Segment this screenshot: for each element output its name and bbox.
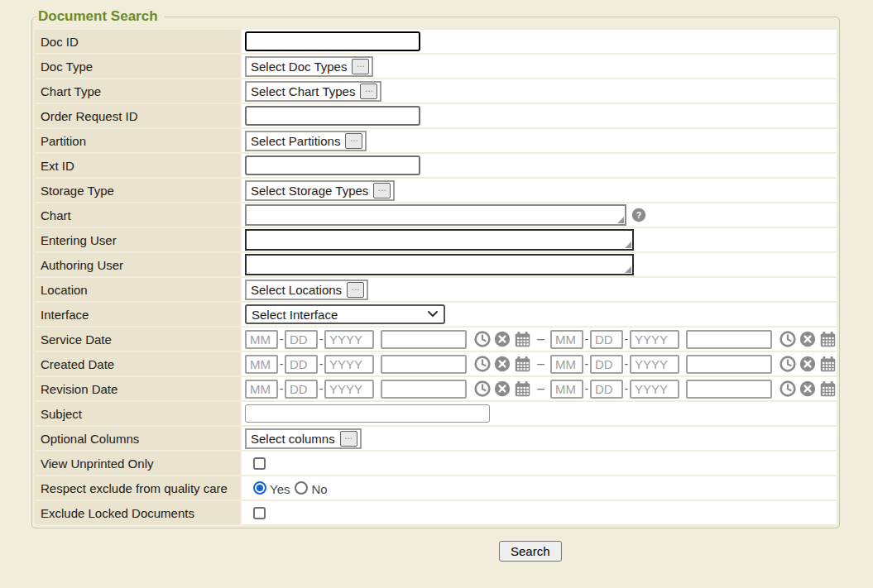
respect-exclude-no-option[interactable]: No bbox=[295, 480, 330, 496]
revision-date-to-time-input[interactable] bbox=[686, 380, 772, 399]
radio-no-label: No bbox=[311, 482, 327, 496]
x-circle-icon[interactable] bbox=[494, 331, 511, 347]
created-date-from-month-input[interactable] bbox=[245, 355, 278, 374]
calendar-icon[interactable] bbox=[514, 356, 531, 373]
service-date-to-day-input[interactable] bbox=[590, 330, 623, 349]
created-date-to-year-input[interactable] bbox=[630, 355, 679, 374]
clock-icon[interactable] bbox=[474, 331, 491, 347]
view-unprinted-only-checkbox[interactable] bbox=[253, 457, 266, 470]
help-icon[interactable]: ? bbox=[631, 208, 646, 222]
respect-exclude-yes-option[interactable]: Yes bbox=[253, 480, 293, 496]
row-chart-type: Chart Type Select Chart Types ... bbox=[35, 79, 837, 103]
service-date-from-time-input[interactable] bbox=[381, 330, 467, 349]
clock-icon[interactable] bbox=[779, 380, 796, 397]
ext-id-input[interactable] bbox=[245, 155, 420, 175]
row-partition: Partition Select Partitions ... bbox=[35, 129, 837, 152]
x-circle-icon[interactable] bbox=[799, 331, 816, 347]
interface-label: Interface bbox=[35, 303, 240, 326]
partition-more-button[interactable]: ... bbox=[345, 133, 362, 149]
calendar-icon[interactable] bbox=[514, 380, 531, 398]
calendar-icon[interactable] bbox=[819, 331, 837, 348]
revision-date-from-time-input[interactable] bbox=[381, 380, 467, 399]
range-separator: – bbox=[537, 356, 544, 371]
doc-type-more-button[interactable]: ... bbox=[352, 59, 369, 74]
created-date-from-day-input[interactable] bbox=[285, 355, 318, 374]
created-date-to-day-input[interactable] bbox=[590, 355, 623, 374]
resize-handle[interactable] bbox=[625, 266, 631, 273]
partition-picker-value: Select Partitions bbox=[251, 134, 340, 148]
chart-type-more-button[interactable]: ... bbox=[360, 84, 377, 99]
radio-yes[interactable] bbox=[253, 481, 266, 495]
created-date-from-time-input[interactable] bbox=[381, 355, 467, 374]
location-picker[interactable]: Select Locations ... bbox=[245, 280, 368, 300]
row-created-date: Created Date - - – - - bbox=[35, 352, 837, 375]
service-date-to-year-input[interactable] bbox=[630, 330, 679, 349]
authoring-user-textarea[interactable] bbox=[245, 254, 634, 275]
created-date-from-year-input[interactable] bbox=[324, 355, 374, 374]
row-location: Location Select Locations ... bbox=[35, 278, 837, 301]
x-circle-icon[interactable] bbox=[799, 380, 816, 397]
storage-type-label: Storage Type bbox=[35, 179, 240, 202]
x-circle-icon[interactable] bbox=[494, 380, 511, 397]
doc-type-picker[interactable]: Select Doc Types ... bbox=[245, 56, 373, 77]
doc-id-input[interactable] bbox=[245, 31, 420, 51]
order-request-id-input[interactable] bbox=[245, 106, 420, 126]
radio-no[interactable] bbox=[295, 481, 308, 495]
service-date-from-month-input[interactable] bbox=[245, 330, 278, 349]
location-more-button[interactable]: ... bbox=[347, 282, 364, 298]
service-date-from-year-input[interactable] bbox=[324, 330, 374, 349]
service-date-to-time-input[interactable] bbox=[686, 330, 772, 349]
exclude-locked-label: Exclude Locked Documents bbox=[35, 501, 240, 524]
row-order-request-id: Order Request ID bbox=[35, 104, 837, 127]
optional-columns-picker[interactable]: Select columns ... bbox=[245, 428, 362, 449]
interface-select[interactable]: Select Interface bbox=[245, 304, 445, 324]
subject-input[interactable] bbox=[245, 404, 490, 423]
ext-id-label: Ext ID bbox=[35, 154, 240, 177]
chart-label: Chart bbox=[35, 203, 240, 227]
service-date-to-month-input[interactable] bbox=[550, 330, 583, 349]
chart-type-picker[interactable]: Select Chart Types ... bbox=[245, 81, 381, 102]
chart-type-picker-value: Select Chart Types bbox=[251, 84, 355, 98]
revision-date-from-day-input[interactable] bbox=[285, 380, 318, 399]
date-part-separator: - bbox=[623, 332, 630, 346]
calendar-icon[interactable] bbox=[819, 356, 837, 373]
partition-picker[interactable]: Select Partitions ... bbox=[245, 131, 367, 151]
service-date-from-day-input[interactable] bbox=[285, 330, 318, 349]
clock-icon[interactable] bbox=[474, 380, 491, 397]
clock-icon[interactable] bbox=[779, 331, 796, 347]
created-date-to-month-input[interactable] bbox=[550, 355, 583, 374]
date-part-separator: - bbox=[318, 357, 324, 370]
x-circle-icon[interactable] bbox=[494, 356, 511, 372]
calendar-icon[interactable] bbox=[819, 380, 837, 398]
revision-date-to-month-input[interactable] bbox=[550, 380, 583, 399]
exclude-locked-checkbox[interactable] bbox=[253, 507, 266, 519]
resize-handle[interactable] bbox=[617, 217, 624, 223]
range-separator: – bbox=[537, 381, 544, 396]
document-search-panel: Document Search Doc ID Doc Type Select D… bbox=[31, 8, 840, 528]
entering-user-textarea[interactable] bbox=[245, 229, 634, 251]
doc-type-picker-value: Select Doc Types bbox=[251, 60, 347, 74]
resize-handle[interactable] bbox=[625, 241, 631, 248]
revision-date-from-year-input[interactable] bbox=[324, 380, 374, 399]
interface-select-value: Select Interface bbox=[252, 308, 338, 322]
x-circle-icon[interactable] bbox=[799, 356, 816, 372]
clock-icon[interactable] bbox=[474, 356, 491, 372]
revision-date-from-month-input[interactable] bbox=[245, 380, 278, 399]
revision-date-range: - - – - - bbox=[242, 377, 837, 400]
location-picker-value: Select Locations bbox=[251, 283, 342, 297]
respect-exclude-label: Respect exclude from quality care bbox=[35, 476, 240, 500]
revision-date-to-year-input[interactable] bbox=[630, 380, 679, 399]
created-date-to-time-input[interactable] bbox=[686, 355, 772, 374]
radio-yes-label: Yes bbox=[270, 482, 290, 496]
service-date-range: - - – - - bbox=[242, 327, 837, 351]
optional-columns-more-button[interactable]: ... bbox=[340, 431, 357, 447]
revision-date-to-day-input[interactable] bbox=[590, 380, 623, 399]
chart-textarea[interactable] bbox=[245, 204, 626, 226]
date-part-separator: - bbox=[318, 382, 324, 395]
storage-type-more-button[interactable]: ... bbox=[373, 183, 391, 198]
clock-icon[interactable] bbox=[779, 356, 796, 372]
page-title: Document Search bbox=[36, 8, 165, 25]
calendar-icon[interactable] bbox=[514, 331, 531, 348]
storage-type-picker[interactable]: Select Storage Types ... bbox=[245, 180, 395, 201]
search-button[interactable]: Search bbox=[499, 541, 562, 562]
